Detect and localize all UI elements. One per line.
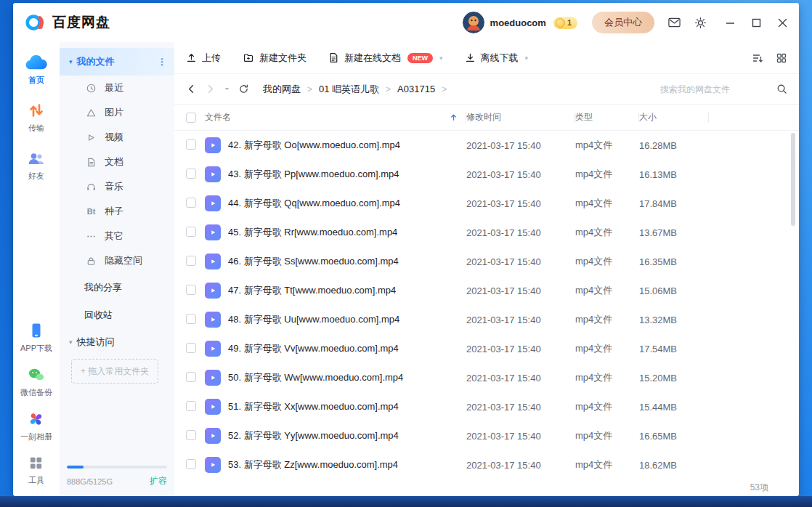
file-size: 16.28MB <box>639 140 709 151</box>
search-icon[interactable] <box>776 84 787 94</box>
chevron-down-icon: ▾ <box>525 54 529 62</box>
vertical-scrollbar-thumb[interactable] <box>791 133 795 226</box>
row-checkbox[interactable] <box>186 430 196 440</box>
history-dropdown-icon[interactable] <box>224 86 230 92</box>
sidebar-item-transfer[interactable]: 传输 <box>28 102 45 134</box>
sidebar-item-album[interactable]: 一刻相册 <box>20 410 52 442</box>
file-name: 49. 新字母歌 Vv[www.moeduo.com].mp4 <box>228 342 399 355</box>
file-row[interactable]: 52. 新字母歌 Yy[www.moeduo.com].mp4 2021-03-… <box>174 421 799 450</box>
row-checkbox[interactable] <box>186 459 196 469</box>
video-file-icon <box>205 428 221 444</box>
offline-download-button[interactable]: 离线下载 ▾ <box>465 52 529 65</box>
row-checkbox[interactable] <box>186 372 196 382</box>
message-icon[interactable] <box>668 17 681 28</box>
file-name-cell: 45. 新字母歌 Rr[www.moeduo.com].mp4 <box>205 224 466 240</box>
row-checkbox[interactable] <box>186 198 196 208</box>
button-label: 新建文件夹 <box>259 52 306 65</box>
file-row[interactable]: 49. 新字母歌 Vv[www.moeduo.com].mp4 2021-03-… <box>174 334 799 363</box>
file-name: 48. 新字母歌 Uu[www.moeduo.com].mp4 <box>228 313 399 326</box>
nav-item-music[interactable]: 音乐 <box>60 174 174 199</box>
sidebar-item-tools[interactable]: 工具 <box>20 455 52 486</box>
expand-storage-link[interactable]: 扩容 <box>150 475 167 487</box>
column-header-name[interactable]: 文件名 <box>205 105 466 130</box>
row-checkbox[interactable] <box>186 285 196 295</box>
column-header-type[interactable]: 类型 <box>575 105 639 130</box>
sidebar-item-app-download[interactable]: APP下载 <box>20 322 52 354</box>
search-input[interactable] <box>660 84 769 94</box>
file-type: mp4文件 <box>575 139 639 152</box>
user-name[interactable]: moeduocom <box>490 17 546 28</box>
select-all-checkbox[interactable] <box>186 113 196 123</box>
grid-view-icon[interactable] <box>776 52 787 64</box>
nav-item-torrents[interactable]: Bt 种子 <box>60 199 174 224</box>
file-type: mp4文件 <box>575 197 639 210</box>
vip-center-button[interactable]: 会员中心 <box>592 12 654 33</box>
file-modified-time: 2021-03-17 15:40 <box>466 198 575 209</box>
nav-item-my-files[interactable]: ▾ 我的文件 ⋮ <box>60 48 174 76</box>
row-checkbox[interactable] <box>186 256 196 266</box>
column-label: 文件名 <box>205 111 231 123</box>
breadcrumb-item-root[interactable]: 我的网盘 <box>263 83 301 96</box>
file-row[interactable]: 46. 新字母歌 Ss[www.moeduo.com].mp4 2021-03-… <box>174 247 799 276</box>
drag-folder-dropzone[interactable]: + 拖入常用文件夹 <box>71 359 158 384</box>
sidebar-item-wechat-backup[interactable]: 微信备份 <box>20 366 52 398</box>
file-row[interactable]: 51. 新字母歌 Xx[www.moeduo.com].mp4 2021-03-… <box>174 392 799 421</box>
breadcrumb: 我的网盘 > 01 唱英语儿歌 > A031715 > <box>263 83 447 96</box>
nav-item-label: 图片 <box>105 106 123 119</box>
file-row[interactable]: 53. 新字母歌 Zz[www.moeduo.com].mp4 2021-03-… <box>174 450 799 479</box>
column-header-time[interactable]: 修改时间 <box>466 105 575 130</box>
nav-item-label: 快捷访问 <box>77 336 115 349</box>
user-avatar[interactable] <box>463 12 484 33</box>
column-header-size[interactable]: 大小 <box>639 105 709 130</box>
file-row[interactable]: 44. 新字母歌 Qq[www.moeduo.com].mp4 2021-03-… <box>174 189 799 218</box>
nav-item-hidden-space[interactable]: 隐藏空间 <box>60 248 174 273</box>
nav-item-label: 视频 <box>105 131 123 144</box>
row-checkbox[interactable] <box>186 401 196 411</box>
nav-item-recent[interactable]: 最近 <box>60 76 174 100</box>
file-row[interactable]: 43. 新字母歌 Pp[www.moeduo.com].mp4 2021-03-… <box>174 160 799 189</box>
sort-ascending-icon[interactable] <box>450 113 458 121</box>
file-row[interactable]: 48. 新字母歌 Uu[www.moeduo.com].mp4 2021-03-… <box>174 305 799 334</box>
chevron-down-icon: ▾ <box>69 338 73 346</box>
nav-item-recycle-bin[interactable]: 回收站 <box>60 302 174 328</box>
file-row[interactable]: 42. 新字母歌 Oo[www.moeduo.com].mp4 2021-03-… <box>174 131 799 160</box>
file-size: 15.20MB <box>639 373 709 384</box>
sidebar-item-home[interactable]: 首页 <box>25 52 48 86</box>
row-checkbox[interactable] <box>186 139 196 150</box>
row-checkbox[interactable] <box>186 227 196 237</box>
file-row[interactable]: 50. 新字母歌 Ww[www.moeduo.com].mp4 2021-03-… <box>174 363 799 392</box>
nav-item-my-shares[interactable]: 我的分享 <box>60 275 174 301</box>
new-online-doc-button[interactable]: 新建在线文档 NEW ▾ <box>328 52 443 65</box>
breadcrumb-separator: > <box>307 84 312 94</box>
nav-item-images[interactable]: 图片 <box>60 100 174 125</box>
nav-item-videos[interactable]: 视频 <box>60 125 174 150</box>
forward-button[interactable] <box>205 84 216 94</box>
coin-badge[interactable]: 1 <box>553 17 577 29</box>
back-button[interactable] <box>186 84 197 94</box>
file-row[interactable]: 45. 新字母歌 Rr[www.moeduo.com].mp4 2021-03-… <box>174 218 799 247</box>
list-sort-view-icon[interactable] <box>752 52 763 64</box>
sidebar-item-label: 一刻相册 <box>20 431 52 442</box>
storage-progress-bar <box>67 466 167 469</box>
file-type: mp4文件 <box>575 429 639 442</box>
file-row[interactable]: 47. 新字母歌 Tt[www.moeduo.com].mp4 2021-03-… <box>174 276 799 305</box>
minimize-button[interactable] <box>726 18 735 28</box>
row-checkbox[interactable] <box>186 343 196 353</box>
chevron-down-icon: ▾ <box>439 54 443 62</box>
breadcrumb-item-folder[interactable]: 01 唱英语儿歌 <box>319 83 379 96</box>
nav-item-documents[interactable]: 文档 <box>60 150 174 174</box>
upload-button[interactable]: 上传 <box>186 52 221 65</box>
refresh-icon[interactable] <box>238 84 249 94</box>
maximize-button[interactable] <box>752 18 761 28</box>
row-checkbox[interactable] <box>186 314 196 324</box>
more-options-icon[interactable]: ⋮ <box>157 56 167 68</box>
settings-gear-icon[interactable] <box>694 17 707 29</box>
close-button[interactable] <box>778 18 787 28</box>
row-checkbox[interactable] <box>186 169 196 179</box>
breadcrumb-item-current[interactable]: A031715 <box>397 84 435 94</box>
nav-item-others[interactable]: 其它 <box>60 224 174 248</box>
nav-item-quick-access[interactable]: ▾ 快捷访问 <box>60 328 174 356</box>
wechat-icon <box>27 366 46 384</box>
new-folder-button[interactable]: 新建文件夹 <box>243 52 306 65</box>
sidebar-item-friends[interactable]: 好友 <box>27 150 46 182</box>
